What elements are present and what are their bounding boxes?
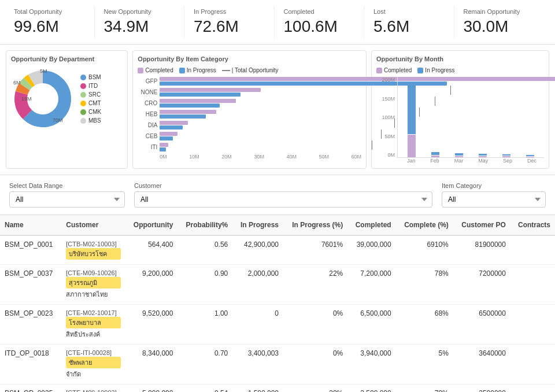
item-category-bars: GFP NONE CRO HEB [138,77,361,160]
customer-id: [CTB-M02-10003] [66,241,121,247]
cell-name: BSM_OP_0035 [0,384,61,393]
cell-name: BSM_OP_0001 [0,235,61,265]
table-row: BSM_OP_0023 [CTE-M02-10017] โรงพยาบาล สิ… [0,305,555,345]
cell-customer: [CTE-M09-10003] บริษัทชัย วิถี [61,384,125,393]
opportunities-table: Name Customer Opportunity Probability% I… [0,215,555,392]
filter-data-range-select[interactable]: All [9,191,125,208]
month-label-Dec: Dec [527,158,536,164]
month-bar-Dec [522,155,538,157]
cell-probability: 1.00 [177,305,232,345]
bar-area [160,121,392,130]
bar-area [160,143,369,151]
customer-name-badge: โรงพยาบาล [66,317,121,328]
month-inprogress-bar [502,154,510,156]
chart-by-month: Opportunity By Month Completed In Progre… [371,50,549,169]
bar-row-ITI: ITI [138,143,361,151]
chart-department: Opportunity By Department 19M [6,50,128,169]
cell-opportunity: 564,400 [125,235,178,265]
bar-label: GFP [138,78,157,84]
month-label-May: May [478,158,488,164]
cell-in-progress: 1,500,000 [232,384,283,393]
filter-customer-select[interactable]: All [134,191,432,208]
month-inprogress-bar [526,155,534,156]
metric-value-inprogress: 72.6M [194,17,265,36]
customer-name-badge: สุวรรณภูมิ [66,277,121,289]
table-row: BSM_OP_0035 [CTE-M09-10003] บริษัทชัย วิ… [0,384,555,393]
cell-contracts [510,345,555,384]
bar-row-CRO: CRO [138,99,361,108]
item-category-legend: Completed In Progress | Total Opportunit… [138,67,361,73]
cell-probability: 0.54 [177,384,232,393]
bar-row-NONE: NONE [138,88,361,97]
svg-text:70M: 70M [53,117,63,123]
metric-value-new: 34.9M [104,17,175,36]
bar-inprogress [160,125,183,130]
chart-department-title: Opportunity By Department [11,56,123,62]
svg-point-6 [29,85,57,113]
cell-customer: [CTE-ITI-00028] ซัพพลาย จำกัด [61,345,125,384]
data-table-container: Name Customer Opportunity Probability% I… [0,215,555,392]
cell-in-progress-pct: 0% [283,345,347,384]
cell-opportunity: 8,340,000 [125,345,178,384]
chart-item-category-title: Opportunity By Item Category [138,56,361,62]
month-inprogress-bar [408,86,416,134]
bar-completed [160,88,260,92]
donut-chart: 19M 70M 6M 5M [11,67,75,131]
bar-completed [160,99,236,103]
customer-name-extra: สิทธิประสงค์ [66,329,121,339]
cell-completed: 39,000,000 [347,235,395,265]
cell-contracts [510,384,555,393]
cell-probability: 0.70 [177,345,232,384]
cell-contracts [510,305,555,345]
metric-value-total: 99.6M [14,17,85,36]
table-header: Name Customer Opportunity Probability% I… [0,215,555,235]
month-completed-bar [526,157,534,157]
cell-customer-po: 3640000 [453,345,510,384]
cell-in-progress: 0 [232,305,283,345]
metric-title-remain: Remain Opportunity [464,8,535,15]
cell-opportunity: 9,520,000 [125,305,178,345]
metric-remain: Remain Opportunity 30.0M [454,6,544,38]
col-in-progress: In Progress [232,215,283,235]
month-inprogress-bar [455,153,463,156]
month-completed-bar [431,156,439,157]
metric-total: Total Opportunity 99.6M [12,6,95,38]
filter-item-category-select[interactable]: All [442,191,546,208]
cell-customer-po: 7200000 [453,265,510,305]
cell-customer: [CTE-M09-10026] สุวรรณภูมิ สภากาชาดไทย [61,265,125,305]
cell-name: BSM_OP_0037 [0,265,61,305]
col-customer-po: Customer PO [453,215,510,235]
cell-name: BSM_OP_0023 [0,305,61,345]
metric-value-completed: 100.6M [284,17,355,36]
month-label-Feb: Feb [430,158,439,164]
cell-opportunity: 9,200,000 [125,265,178,305]
filter-data-range-label: Select Data Range [9,182,125,189]
customer-id: [CTE-ITI-00028] [66,349,121,356]
table-row: BSM_OP_0001 [CTB-M02-10003] บริษัทบวรโชค… [0,235,555,265]
cell-in-progress-pct: 30% [283,384,347,393]
bar-label: ITI [138,144,157,150]
bar-inprogress [160,136,173,140]
filter-customer: Customer All [134,182,432,208]
table-body: BSM_OP_0001 [CTB-M02-10003] บริษัทบวรโชค… [0,235,555,392]
svg-text:19M: 19M [21,96,32,102]
col-contracts: Contracts [510,215,555,235]
customer-id: [CTE-M02-10017] [66,309,121,316]
month-bar-May [475,154,491,157]
customer-id: [CTE-M09-10026] [66,269,121,276]
metric-new: New Opportunity 34.9M [95,6,185,38]
col-opportunity: Opportunity [125,215,178,235]
cell-completed: 7,200,000 [347,265,395,305]
month-inprogress-bar [479,154,487,156]
donut-legend: BSM ITD SRC CMT CMK MBS [80,74,101,124]
bar-completed [160,110,216,114]
cell-in-progress: 42,900,000 [232,235,283,265]
cell-opportunity: 5,000,000 [125,384,178,393]
metric-completed: Completed 100.6M [275,6,365,38]
cell-customer-po: 6500000 [453,305,510,345]
bar-completed [160,143,168,147]
month-inprogress-bar [431,152,439,155]
col-in-progress-pct: In Progress (%) [283,215,347,235]
cell-completed: 3,940,000 [347,345,395,384]
col-probability: Probability% [177,215,232,235]
